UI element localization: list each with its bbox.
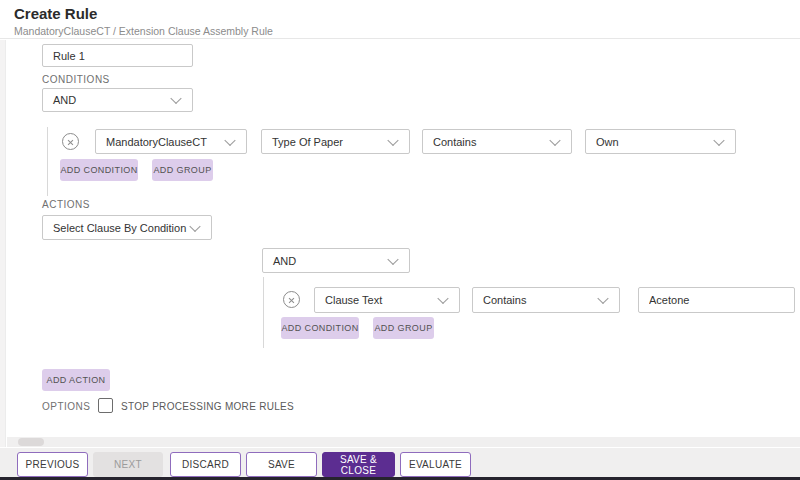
conditions-operator-select[interactable]: AND xyxy=(42,88,193,112)
action-group-line xyxy=(263,277,264,348)
stop-processing-label: STOP PROCESSING MORE RULES xyxy=(121,401,294,412)
chevron-down-icon xyxy=(597,293,608,304)
chevron-down-icon xyxy=(170,93,181,104)
conditions-operator-value: AND xyxy=(53,94,76,106)
chevron-down-icon xyxy=(189,220,200,231)
condition-group-line xyxy=(47,127,48,196)
rule-name-input[interactable] xyxy=(42,44,193,67)
page-header: Create Rule MandatoryClauseCT / Extensio… xyxy=(0,0,800,39)
options-label: OPTIONS xyxy=(42,401,91,412)
action-value-input[interactable] xyxy=(638,287,795,313)
action-field-value: Clause Text xyxy=(325,294,382,306)
save-button[interactable]: SAVE xyxy=(246,452,317,477)
breadcrumb: MandatoryClauseCT / Extension Clause Ass… xyxy=(14,25,273,37)
actions-label: ACTIONS xyxy=(42,199,90,210)
remove-action-condition-icon[interactable] xyxy=(283,291,300,308)
evaluate-button[interactable]: EVALUATE xyxy=(400,452,471,477)
chevron-down-icon xyxy=(437,293,448,304)
stop-processing-checkbox[interactable] xyxy=(98,398,113,413)
condition-operator-value: Contains xyxy=(433,136,476,148)
action-operator-select[interactable]: Contains xyxy=(472,287,620,313)
condition-value-select[interactable]: Own xyxy=(585,129,736,154)
add-group-button[interactable]: ADD GROUP xyxy=(152,159,213,181)
chevron-down-icon xyxy=(387,253,398,264)
add-condition-button[interactable]: ADD CONDITION xyxy=(60,159,138,181)
condition-entity-value: MandatoryClauseCT xyxy=(106,136,207,148)
footer-bar: PREVIOUS NEXT DISCARD SAVE SAVE & CLOSE … xyxy=(0,448,800,477)
condition-value: Own xyxy=(596,136,619,148)
horizontal-scrollbar-thumb[interactable] xyxy=(18,438,44,446)
horizontal-scrollbar-track[interactable] xyxy=(7,437,800,447)
action-group-operator-select[interactable]: AND xyxy=(262,248,410,273)
action-type-select[interactable]: Select Clause By Condition xyxy=(42,215,212,240)
page-title: Create Rule xyxy=(14,5,97,22)
add-action-condition-button[interactable]: ADD CONDITION xyxy=(281,317,359,339)
discard-button[interactable]: DISCARD xyxy=(170,452,241,477)
condition-attribute-value: Type Of Paper xyxy=(272,136,343,148)
chevron-down-icon xyxy=(387,134,398,145)
condition-entity-select[interactable]: MandatoryClauseCT xyxy=(95,129,247,154)
chevron-down-icon xyxy=(713,134,724,145)
action-type-value: Select Clause By Condition xyxy=(53,222,186,234)
previous-button[interactable]: PREVIOUS xyxy=(17,452,88,477)
conditions-label: CONDITIONS xyxy=(42,74,110,85)
remove-condition-icon[interactable] xyxy=(62,133,79,150)
action-field-select[interactable]: Clause Text xyxy=(314,287,460,313)
condition-attribute-select[interactable]: Type Of Paper xyxy=(261,129,410,154)
action-operator-value: Contains xyxy=(483,294,526,306)
save-and-close-button[interactable]: SAVE & CLOSE xyxy=(322,452,395,477)
action-group-operator-value: AND xyxy=(273,255,296,267)
add-action-group-button[interactable]: ADD GROUP xyxy=(373,317,434,339)
chevron-down-icon xyxy=(549,134,560,145)
chevron-down-icon xyxy=(224,134,235,145)
next-button[interactable]: NEXT xyxy=(93,452,163,477)
add-action-button[interactable]: ADD ACTION xyxy=(42,369,110,391)
condition-operator-select[interactable]: Contains xyxy=(422,129,572,154)
left-scrollbar-track[interactable] xyxy=(0,40,6,447)
